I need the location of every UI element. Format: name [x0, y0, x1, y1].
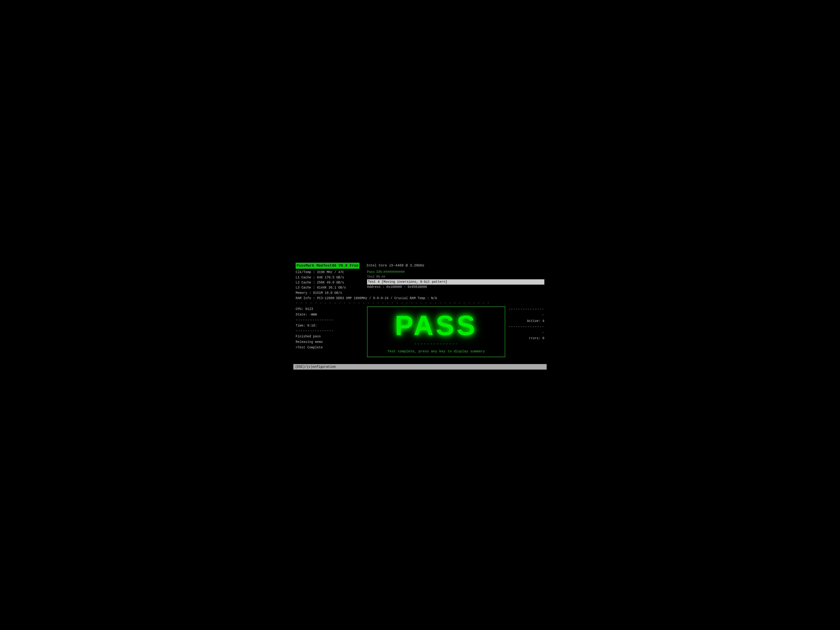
- l1-cache: L1 Cache : 64K 170.5 GB/s: [296, 275, 367, 280]
- l2-cache: L2 Cache : 256K 49.0 GB/s: [296, 280, 367, 285]
- time: Time: 0:18:: [296, 323, 365, 328]
- pass-result-text: PASS: [395, 311, 477, 339]
- cpu-state: CPU: 0123: [296, 306, 365, 312]
- right-divider1: ----------------: [507, 306, 544, 318]
- active-row: Active: 4: [507, 318, 544, 324]
- pass-pct: 33%: [376, 270, 382, 275]
- app-title: PassMark MemTest86 V9.0 Free: [296, 263, 360, 269]
- active-value: 4: [543, 319, 544, 323]
- right-status: ---------------- Active: 4 -------------…: [507, 306, 544, 357]
- test-name: Test 4 [Moving inversions, 8-bit pattern…: [367, 279, 544, 284]
- memory: Memory : 8151M 18.0 GB/s: [296, 291, 367, 295]
- pass-message: Test complete, press any key to display …: [387, 349, 485, 354]
- progress-col: Pass 33% ########### Test 9% ## Test 4 […: [367, 270, 544, 295]
- errors-label: rrors:: [529, 336, 540, 340]
- pass-box: PASS -------------- Test complete, press…: [367, 306, 505, 357]
- divider2: ----------------: [296, 328, 365, 334]
- right-divider2: ----------------: [507, 324, 544, 335]
- active-label: Active:: [527, 319, 540, 323]
- log-line3: >Test Complete: [296, 345, 365, 351]
- log-line2: Releasing memo: [296, 339, 365, 345]
- test-hashes: ##: [381, 275, 385, 279]
- state: State: -WWW: [296, 312, 365, 317]
- bottom-bar: (ESC)/(c)onfiguration: [294, 364, 546, 369]
- clk-temp: Clk/Temp : 3198 MHz / 47C: [296, 270, 367, 275]
- test-bar: Test 9% ##: [367, 275, 544, 279]
- log-line1: Finished pass: [296, 334, 365, 339]
- divider1: ----------------: [296, 317, 365, 323]
- screen: PassMark MemTest86 V9.0 Free Intel Core …: [294, 261, 546, 359]
- errors-value: 0: [543, 336, 544, 340]
- info-grid: Clk/Temp : 3198 MHz / 47C L1 Cache : 64K…: [296, 270, 544, 295]
- ram-info: RAM Info : PC3-12800 DDR3 XMP 1600MHz / …: [296, 296, 544, 301]
- test-pct: 9%: [376, 275, 380, 279]
- pass-bar: Pass 33% ###########: [367, 270, 544, 275]
- top-divider: - - - - - - - - - - - - - - - - - - - - …: [296, 301, 544, 306]
- pass-label: Pass: [367, 270, 375, 275]
- errors-row: rrors: 0: [507, 335, 544, 341]
- cpu-info: Intel Core i5-4460 @ 3.20GHz: [366, 263, 425, 268]
- sys-info-col: Clk/Temp : 3198 MHz / 47C L1 Cache : 64K…: [296, 270, 367, 295]
- address: Address : 0x100000 - 0x9581B000: [367, 284, 544, 289]
- test-label: Test: [367, 275, 375, 279]
- pass-hashes: ###########: [384, 270, 404, 275]
- pass-box-divider: --------------: [414, 341, 458, 347]
- l3-cache: L3 Cache : 6144K 36.1 GB/s: [296, 285, 367, 290]
- left-status: CPU: 0123 State: -WWW ---------------- T…: [296, 306, 365, 357]
- bottom-bar-text: (ESC)/(c)onfiguration: [295, 365, 336, 369]
- top-bar: PassMark MemTest86 V9.0 Free Intel Core …: [296, 263, 544, 269]
- main-content: CPU: 0123 State: -WWW ---------------- T…: [296, 306, 544, 357]
